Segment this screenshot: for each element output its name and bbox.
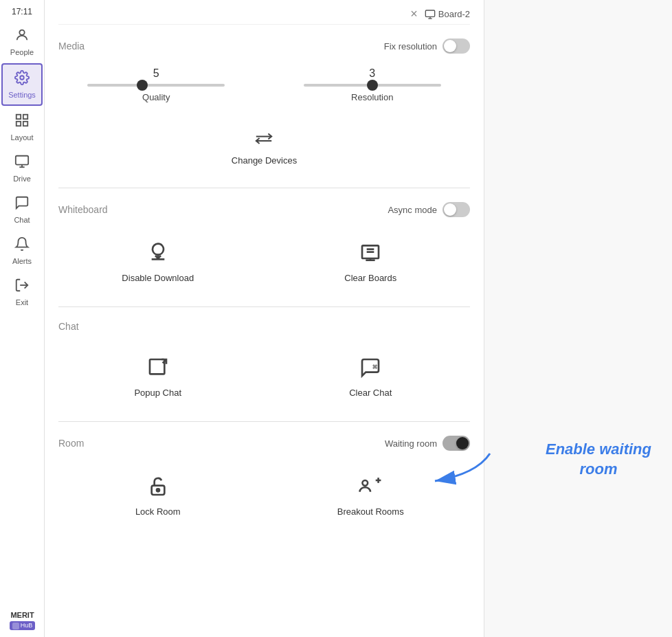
quality-label: Quality (142, 92, 170, 102)
disable-download-button[interactable]: Disable Download (58, 235, 258, 290)
clear-chat-icon (359, 357, 381, 383)
svg-rect-11 (425, 10, 434, 16)
disable-download-icon (147, 242, 169, 269)
sidebar-item-layout[interactable]: Layout (1, 107, 43, 147)
fix-resolution-toggle[interactable] (443, 38, 470, 54)
clear-chat-label: Clear Chat (349, 388, 392, 398)
change-devices-button[interactable]: Change Devices (221, 123, 308, 171)
svg-rect-3 (23, 115, 27, 119)
quality-value: 5 (153, 67, 159, 80)
async-mode-toggle-row: Async mode (388, 202, 470, 217)
svg-point-26 (363, 480, 368, 486)
popup-chat-button[interactable]: Popup Chat (58, 350, 258, 405)
disable-download-label: Disable Download (122, 273, 194, 283)
change-devices-label: Change Devices (232, 155, 297, 166)
chat-icon (14, 195, 30, 214)
svg-rect-4 (16, 122, 21, 126)
media-title: Media (58, 41, 85, 52)
chat-title: Chat (58, 321, 79, 332)
clear-boards-label: Clear Boards (344, 273, 396, 283)
svg-rect-10 (12, 623, 19, 629)
lock-room-icon (147, 476, 169, 502)
drive-icon (14, 154, 30, 172)
settings-icon (14, 70, 30, 89)
annotation-arrow (421, 447, 504, 488)
sidebar-item-alerts[interactable]: Alerts (1, 231, 43, 271)
enable-waiting-room-annotation: Enable waiting room (546, 440, 651, 479)
sidebar-item-people[interactable]: People (1, 22, 43, 62)
settings-label: Settings (8, 91, 36, 99)
svg-rect-5 (23, 122, 27, 126)
fix-resolution-knob (444, 40, 456, 52)
popup-chat-icon (147, 357, 169, 383)
divider-3 (58, 421, 470, 422)
whiteboard-actions: Disable Download Clear Boards (58, 224, 470, 304)
close-button[interactable]: × (410, 7, 418, 21)
chat-section-header: Chat (58, 310, 470, 339)
resolution-label: Resolution (351, 92, 393, 102)
divider-1 (58, 188, 470, 188)
clear-boards-icon (359, 242, 381, 269)
async-mode-toggle[interactable] (443, 202, 470, 217)
monitor-icon (425, 9, 436, 20)
divider-2 (58, 306, 470, 307)
right-area: Enable waiting room (484, 0, 672, 637)
sidebar-item-chat[interactable]: Chat (1, 190, 43, 230)
top-bar: × Board-2 (58, 0, 470, 25)
merit-badge: HuB (10, 621, 36, 630)
change-devices-icon (253, 128, 275, 153)
whiteboard-title: Whiteboard (58, 204, 108, 215)
svg-point-25 (157, 489, 159, 491)
logo-area: MERIT HuB (0, 611, 45, 630)
layout-icon (14, 113, 30, 131)
alerts-label: Alerts (12, 257, 32, 265)
svg-rect-6 (16, 156, 28, 165)
room-title: Room (58, 438, 84, 449)
resolution-thumb[interactable] (367, 80, 378, 91)
svg-rect-2 (16, 115, 21, 119)
breakout-rooms-icon (358, 476, 383, 502)
resolution-track[interactable] (304, 84, 441, 87)
drive-label: Drive (13, 175, 31, 183)
whiteboard-section-header: Whiteboard Async mode (58, 191, 470, 224)
media-section-header: Media Fix resolution (58, 27, 470, 60)
room-actions: Lock Room Breakout Rooms (58, 458, 470, 537)
sidebar: 17:11 People Settings Layout Drive Chat (0, 0, 45, 637)
svg-point-0 (19, 30, 24, 35)
board-label: Board-2 (425, 9, 470, 20)
fix-resolution-label: Fix resolution (384, 41, 437, 52)
sidebar-item-exit[interactable]: Exit (1, 272, 43, 312)
chat-label: Chat (14, 216, 30, 224)
svg-point-1 (20, 76, 24, 80)
people-label: People (10, 48, 34, 56)
fix-resolution-toggle-row: Fix resolution (384, 38, 470, 54)
lock-room-button[interactable]: Lock Room (58, 469, 258, 524)
settings-panel: × Board-2 Media Fix resolution 5 Quality… (45, 0, 484, 637)
chat-actions: Popup Chat Clear Chat (58, 339, 470, 418)
people-icon (14, 27, 30, 46)
clear-boards-button[interactable]: Clear Boards (271, 235, 471, 290)
async-mode-knob (444, 203, 456, 216)
svg-rect-21 (150, 359, 164, 374)
quality-track[interactable] (87, 84, 225, 87)
popup-chat-label: Popup Chat (134, 388, 181, 398)
alerts-icon (14, 236, 30, 255)
quality-thumb[interactable] (137, 80, 148, 91)
clear-chat-button[interactable]: Clear Chat (271, 350, 471, 405)
resolution-slider-group: 3 Resolution (275, 67, 471, 102)
merit-logo: MERIT (10, 611, 34, 620)
layout-label: Layout (10, 133, 33, 142)
exit-icon (14, 278, 30, 296)
exit-label: Exit (16, 298, 28, 306)
async-mode-label: Async mode (388, 205, 437, 215)
sliders-row: 5 Quality 3 Resolution (58, 60, 470, 116)
lock-room-label: Lock Room (135, 506, 181, 517)
sidebar-item-drive[interactable]: Drive (1, 148, 43, 188)
quality-slider-group: 5 Quality (58, 67, 254, 102)
change-devices-row: Change Devices (58, 116, 470, 185)
breakout-rooms-label: Breakout Rooms (337, 506, 404, 517)
resolution-value: 3 (369, 67, 375, 80)
sidebar-item-settings[interactable]: Settings (1, 63, 43, 106)
time-display: 17:11 (12, 7, 32, 16)
room-section-header: Room Waiting room (58, 425, 470, 458)
